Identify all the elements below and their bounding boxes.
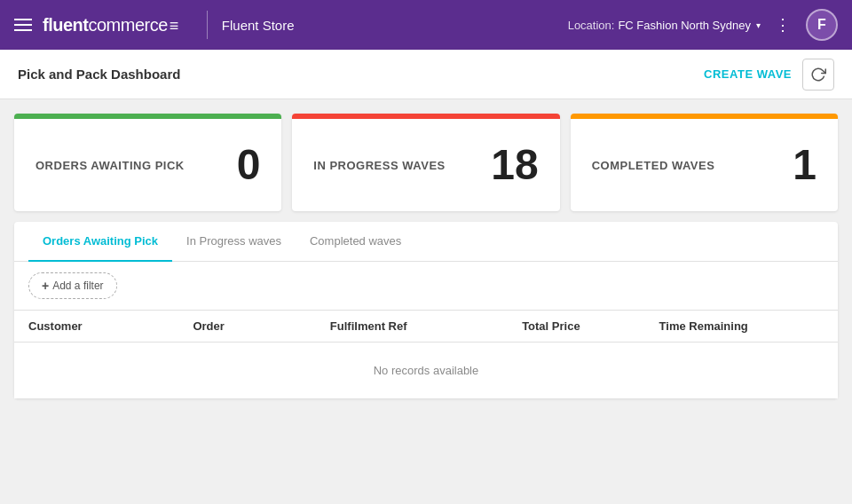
stat-card-orders-awaiting: ORDERS AWAITING PICK 0 bbox=[14, 114, 281, 211]
add-filter-label: Add a filter bbox=[52, 280, 103, 292]
avatar[interactable]: F bbox=[806, 9, 838, 41]
card-label-orders-awaiting: ORDERS AWAITING PICK bbox=[36, 159, 223, 172]
tabs-section: Orders Awaiting Pick In Progress waves C… bbox=[14, 222, 838, 398]
table-header: Customer Order Fulfilment Ref Total Pric… bbox=[14, 311, 838, 343]
location-value: FC Fashion North Sydney bbox=[618, 19, 751, 32]
create-wave-button[interactable]: CREATE WAVE bbox=[704, 67, 792, 81]
refresh-icon bbox=[810, 67, 826, 83]
tab-in-progress-waves[interactable]: In Progress waves bbox=[172, 222, 296, 262]
card-value-in-progress: 18 bbox=[491, 144, 538, 186]
add-filter-button[interactable]: + Add a filter bbox=[28, 272, 117, 299]
logo-text: fluentcommerce≡ bbox=[43, 15, 178, 35]
card-content: ORDERS AWAITING PICK 0 bbox=[14, 119, 281, 193]
stat-card-completed: COMPLETED WAVES 1 bbox=[571, 114, 838, 211]
location-selector[interactable]: Location: FC Fashion North Sydney ▾ bbox=[568, 19, 761, 32]
app-logo: fluentcommerce≡ bbox=[43, 15, 178, 35]
card-label-in-progress: IN PROGRESS WAVES bbox=[313, 159, 477, 172]
filter-bar: + Add a filter bbox=[14, 262, 838, 311]
tabs-bar: Orders Awaiting Pick In Progress waves C… bbox=[14, 222, 838, 262]
header-right: Location: FC Fashion North Sydney ▾ ⋮ F bbox=[568, 9, 838, 41]
card-label-completed: COMPLETED WAVES bbox=[592, 159, 779, 172]
stat-cards-grid: ORDERS AWAITING PICK 0 IN PROGRESS WAVES… bbox=[14, 114, 838, 211]
logo-brand: fluent bbox=[43, 15, 88, 35]
col-total-price: Total Price bbox=[522, 319, 659, 333]
app-header: fluentcommerce≡ Fluent Store Location: F… bbox=[0, 0, 852, 50]
tab-completed-waves[interactable]: Completed waves bbox=[296, 222, 415, 262]
logo-product: commerce bbox=[88, 15, 167, 35]
col-time-remaining: Time Remaining bbox=[659, 319, 824, 333]
menu-icon[interactable] bbox=[14, 19, 32, 31]
stat-card-in-progress: IN PROGRESS WAVES 18 bbox=[292, 114, 559, 211]
page-toolbar: Pick and Pack Dashboard CREATE WAVE bbox=[0, 50, 852, 99]
main-content: ORDERS AWAITING PICK 0 IN PROGRESS WAVES… bbox=[0, 99, 852, 413]
toolbar-actions: CREATE WAVE bbox=[704, 59, 834, 91]
more-options-icon[interactable]: ⋮ bbox=[775, 15, 792, 35]
card-content: COMPLETED WAVES 1 bbox=[571, 119, 838, 193]
add-filter-plus-icon: + bbox=[42, 279, 49, 293]
store-name: Fluent Store bbox=[222, 18, 295, 33]
col-fulfilment-ref: Fulfilment Ref bbox=[330, 319, 522, 333]
card-value-completed: 1 bbox=[793, 144, 816, 186]
table-empty-message: No records available bbox=[14, 343, 838, 398]
chevron-down-icon: ▾ bbox=[756, 20, 761, 30]
header-divider bbox=[207, 11, 208, 39]
refresh-button[interactable] bbox=[802, 59, 834, 91]
card-value-orders-awaiting: 0 bbox=[237, 144, 261, 186]
logo-symbol: ≡ bbox=[170, 17, 178, 35]
location-label: Location: bbox=[568, 19, 615, 32]
page-title: Pick and Pack Dashboard bbox=[18, 67, 180, 82]
col-customer: Customer bbox=[28, 319, 193, 333]
tab-orders-awaiting-pick[interactable]: Orders Awaiting Pick bbox=[28, 222, 172, 262]
card-content: IN PROGRESS WAVES 18 bbox=[292, 119, 559, 193]
col-order: Order bbox=[193, 319, 329, 333]
